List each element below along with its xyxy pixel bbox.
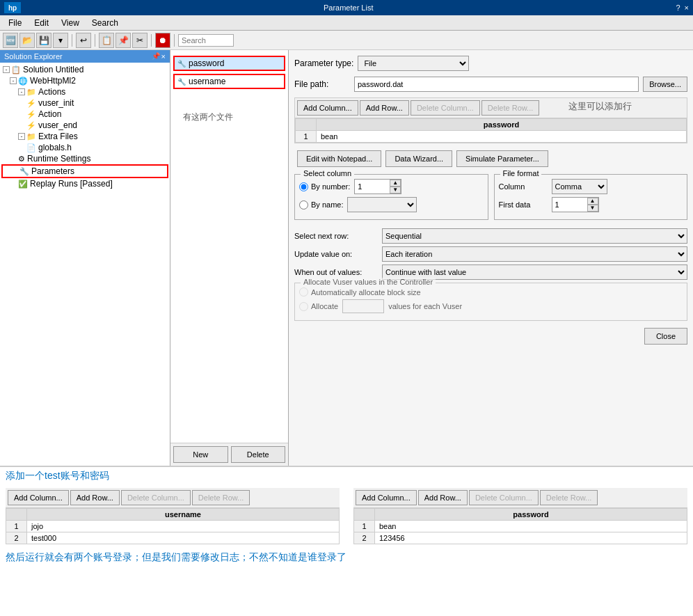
toolbar: 🆕 📂 💾 ▾ ↩ 📋 📌 ✂ ⏺ (0, 31, 693, 50)
update-value-row: Update value on: Each iteration Each occ… (294, 246, 687, 262)
tree-item-replay[interactable]: ✅ Replay Runs [Passed] (1, 178, 168, 189)
runtime-icon: ⚙ (18, 155, 25, 164)
toolbar-open-btn[interactable]: 📂 (19, 33, 35, 48)
add-row-button[interactable]: Add Row... (360, 100, 409, 116)
password-row-val-2[interactable]: 123456 (375, 532, 687, 544)
spinner-up[interactable]: ▲ (390, 180, 401, 187)
values-for-label: values for each Vuser (388, 302, 462, 310)
menu-bar: File Edit View Search (0, 15, 693, 31)
delete-row-button[interactable]: Delete Row... (481, 100, 539, 116)
simulate-button[interactable]: Simulate Parameter... (456, 150, 548, 167)
first-data-down[interactable]: ▼ (587, 205, 598, 212)
close-panel-button[interactable]: × (161, 52, 166, 61)
password-add-col-btn[interactable]: Add Column... (356, 490, 417, 505)
toolbar-separator-2 (95, 34, 95, 47)
password-row-val-1[interactable]: bean (375, 521, 687, 532)
close-window-button[interactable]: × (685, 3, 689, 12)
edit-notepad-button[interactable]: Edit with Notepad... (297, 150, 381, 167)
tree-item-parameters[interactable]: 🔧 Parameters (1, 164, 168, 178)
tree-item-webhttp[interactable]: - 🌐 WebHttpMl2 (1, 75, 168, 86)
actions-label: Actions (38, 87, 65, 97)
toolbar-record-btn[interactable]: ⏺ (155, 33, 170, 48)
bottom-area: 添加一个test账号和密码 Add Column... Add Row... D… (0, 466, 693, 616)
username-row-val-2[interactable]: test000 (27, 532, 340, 544)
table-row: 1 bean (296, 131, 687, 143)
first-data-spinner-btns: ▲ ▼ (587, 198, 598, 212)
toolbar-copy-btn[interactable]: 📋 (99, 33, 114, 48)
username-row-num-2: 2 (6, 532, 27, 544)
by-number-row: By number: ▲ ▼ (299, 179, 484, 194)
filepath-input[interactable] (354, 77, 639, 92)
by-name-select[interactable] (347, 197, 417, 212)
toolbar-cut-btn[interactable]: ✂ (132, 33, 148, 48)
username-row-val-1[interactable]: jojo (27, 521, 340, 532)
toolbar-save-btn[interactable]: 💾 (36, 33, 51, 48)
by-name-radio-label[interactable]: By name: (299, 200, 343, 210)
username-del-row-btn[interactable]: Delete Row... (192, 490, 250, 505)
tree-item-solution[interactable]: - 📋 Solution Untitled (1, 64, 168, 75)
expand-solution-icon[interactable]: - (3, 66, 10, 73)
password-del-row-btn[interactable]: Delete Row... (540, 490, 598, 505)
update-value-select[interactable]: Each iteration Each occurrence Once (382, 246, 687, 262)
toolbar-dropdown[interactable]: ▾ (53, 33, 68, 48)
table-row: 1 bean (354, 521, 687, 532)
by-name-radio[interactable] (299, 200, 308, 210)
tree-item-actions[interactable]: - 📁 Actions (1, 86, 168, 97)
file-item-username[interactable]: 🔧 username (173, 74, 285, 89)
select-next-row-select[interactable]: Sequential Random Unique (382, 228, 687, 244)
tree-item-runtime[interactable]: ⚙ Runtime Settings (1, 153, 168, 164)
password-table-toolbar: Add Column... Add Row... Delete Column..… (353, 488, 687, 508)
menu-view[interactable]: View (56, 17, 85, 29)
menu-edit[interactable]: Edit (29, 17, 54, 29)
close-button[interactable]: Close (644, 328, 687, 345)
expand-actions-icon[interactable]: - (18, 88, 25, 95)
title-bar: hp Parameter List ? × (0, 0, 693, 15)
vuser-end-icon: ⚡ (26, 121, 36, 130)
toolbar-new-btn[interactable]: 🆕 (3, 33, 18, 48)
bottom-annotation-1: 添加一个test账号和密码 (0, 467, 693, 485)
tree-item-globals[interactable]: 📄 globals.h (1, 142, 168, 153)
by-number-radio-label[interactable]: By number: (299, 182, 350, 191)
delete-file-button[interactable]: Delete (231, 446, 286, 463)
search-input[interactable] (178, 34, 234, 47)
bottom-annotation-2: 然后运行就会有两个账号登录；但是我们需要修改日志；不然不知道是谁登录了 (0, 547, 693, 568)
data-wizard-button[interactable]: Data Wizard... (385, 150, 452, 167)
add-column-button[interactable]: Add Column... (297, 100, 358, 116)
username-add-row-btn[interactable]: Add Row... (70, 490, 120, 505)
username-add-col-btn[interactable]: Add Column... (8, 490, 69, 505)
first-data-spinner: ▲ ▼ (552, 197, 599, 212)
runtime-label: Runtime Settings (27, 154, 90, 164)
param-type-select[interactable]: File Random Number Unique Number Date/Ti… (358, 56, 469, 71)
browse-button[interactable]: Browse... (643, 77, 687, 92)
delete-column-button[interactable]: Delete Column... (411, 100, 480, 116)
solution-tree: - 📋 Solution Untitled - 🌐 WebHttpMl2 - 📁… (0, 63, 170, 466)
first-data-up[interactable]: ▲ (587, 198, 598, 205)
by-number-radio[interactable] (299, 182, 308, 191)
pin-button[interactable]: 📌 (152, 52, 160, 61)
param-data-table: password 1 bean (295, 118, 687, 143)
tree-item-action[interactable]: ⚡ Action (1, 109, 168, 120)
expand-extra-icon[interactable]: - (18, 133, 25, 140)
spinner-down[interactable]: ▼ (390, 187, 401, 194)
webhttp-label: WebHttpMl2 (30, 76, 76, 86)
toolbar-undo-btn[interactable]: ↩ (76, 33, 91, 48)
help-button[interactable]: ? (676, 3, 680, 12)
password-add-row-btn[interactable]: Add Row... (418, 490, 468, 505)
tree-item-vuser-init[interactable]: ⚡ vuser_init (1, 97, 168, 109)
menu-search[interactable]: Search (86, 17, 124, 29)
tree-item-extra-files[interactable]: - 📁 Extra Files (1, 131, 168, 142)
by-number-input[interactable] (355, 180, 390, 194)
password-del-col-btn[interactable]: Delete Column... (469, 490, 539, 505)
row-value-1[interactable]: bean (317, 131, 687, 143)
first-data-input[interactable] (552, 198, 587, 212)
tree-item-vuser-end[interactable]: ⚡ vuser_end (1, 120, 168, 131)
column-format-label: Column (499, 182, 548, 191)
toolbar-paste-btn[interactable]: 📌 (116, 33, 131, 48)
column-format-select[interactable]: Comma Tab Space (552, 179, 607, 194)
password-row-num-2: 2 (354, 532, 375, 544)
new-file-button[interactable]: New (173, 446, 228, 463)
username-del-col-btn[interactable]: Delete Column... (121, 490, 191, 505)
expand-webhttp-icon[interactable]: - (10, 77, 17, 84)
file-item-password[interactable]: 🔧 password (173, 56, 285, 71)
menu-file[interactable]: File (3, 17, 27, 29)
